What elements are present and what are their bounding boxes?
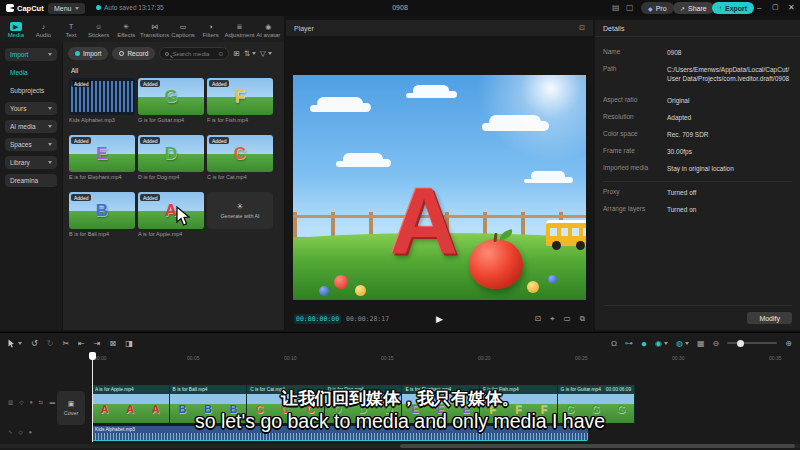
app-name: CapCut xyxy=(17,4,44,13)
magnet-icon[interactable]: Ω xyxy=(611,339,617,348)
subtitle-english: so let's go back to media and only media… xyxy=(0,410,800,433)
record-icon xyxy=(119,51,124,56)
fullscreen-icon[interactable]: ⧉ xyxy=(580,314,585,324)
media-item-f[interactable]: AddedF F is for Fish.mp4 xyxy=(207,78,273,131)
link-icon[interactable]: ⊶ xyxy=(625,339,633,348)
school-bus xyxy=(546,220,586,246)
media-item-b[interactable]: AddedB B is for Ball.mp4 xyxy=(69,192,135,245)
sidebar-item-import[interactable]: Import xyxy=(5,48,57,61)
pro-button[interactable]: ◆ Pro xyxy=(641,2,674,14)
mask-button[interactable]: ◨ xyxy=(125,339,133,348)
sidebar-item-spaces[interactable]: Spaces xyxy=(5,138,57,151)
player-expand-icon[interactable]: ⊡ xyxy=(579,24,585,32)
chevron-down-icon xyxy=(48,53,52,56)
panel-layout-icon[interactable]: ▤ xyxy=(612,3,620,13)
media-toolbar: Import Record Search media ⊙ ⊞ ⇅ ▽ xyxy=(68,47,272,60)
sidebar-item-subprojects[interactable]: Subprojects xyxy=(5,84,57,97)
red-ball xyxy=(334,275,348,289)
sidebar-item-media[interactable]: Media xyxy=(5,66,57,79)
menu-button[interactable]: Menu xyxy=(48,3,85,14)
view-mode-icon[interactable]: ⊞ xyxy=(233,49,239,58)
ratio-icon[interactable]: ▭ xyxy=(564,314,571,324)
split-button[interactable]: ✂ xyxy=(62,339,69,348)
chevron-down-icon xyxy=(75,7,79,10)
scrollbar-thumb[interactable] xyxy=(400,444,795,448)
snapshot-icon[interactable]: ⊡ xyxy=(535,314,541,324)
preview-axis-icon[interactable]: ▦ xyxy=(697,339,705,348)
timeline-ruler[interactable]: 00:00 00:05 00:10 00:15 00:20 00:25 00:3… xyxy=(56,353,800,364)
search-scope-icon[interactable]: ⊙ xyxy=(218,50,223,57)
sort-icon[interactable]: ⇅ xyxy=(244,49,256,58)
tab-captions[interactable]: ▭Captions xyxy=(169,18,197,42)
share-button[interactable]: ↗ Share xyxy=(673,2,714,14)
media-item-g[interactable]: AddedG G is for Guitar.mp4 xyxy=(138,78,204,131)
tab-text[interactable]: TText xyxy=(57,18,85,42)
trim-right-button[interactable]: ⇥ xyxy=(94,339,101,348)
modify-button[interactable]: Modify xyxy=(747,312,792,324)
timeline-toolbar-right: Ω ⊶ ● ◉ ◍ ▦ ⊖ ⊕ xyxy=(611,336,792,350)
captions-icon: ▭ xyxy=(177,22,189,31)
chevron-down-icon xyxy=(48,143,52,146)
transitions-icon: ⋈ xyxy=(149,22,161,31)
playhead-handle[interactable] xyxy=(89,352,96,360)
sidebar-item-ai-media[interactable]: AI media xyxy=(5,120,57,133)
import-button[interactable]: Import xyxy=(68,47,108,60)
video-preview[interactable]: A xyxy=(293,75,586,300)
filter-icon[interactable]: ▽ xyxy=(260,49,272,58)
divider xyxy=(603,181,792,182)
cloud xyxy=(489,115,541,129)
tab-effects[interactable]: ✳Effects xyxy=(112,18,140,42)
capcut-logo-icon xyxy=(6,4,14,12)
zoom-in-icon[interactable]: ⊕ xyxy=(785,339,792,348)
filter-all-label[interactable]: All xyxy=(71,67,78,74)
tab-transitions[interactable]: ⋈Transitions xyxy=(140,18,169,42)
redo-button[interactable]: ↻ xyxy=(47,339,54,348)
track-toggle-a[interactable]: ◉ xyxy=(655,339,668,348)
tab-stickers[interactable]: ☺Stickers xyxy=(85,18,113,42)
ribbon-tabs: ▶Media ♪Audio TText ☺Stickers ✳Effects ⋈… xyxy=(0,16,284,42)
select-tool-button[interactable] xyxy=(8,339,22,348)
minimize-button[interactable]: – xyxy=(757,3,761,12)
track-toggle-b[interactable]: ◍ xyxy=(676,339,689,348)
timeline-toolbar-left: ↺ ↻ ✂ ⇤ ⇥ ⊠ ◨ xyxy=(8,336,133,350)
sidebar-item-library[interactable]: Library xyxy=(5,156,57,169)
trim-left-button[interactable]: ⇤ xyxy=(78,339,85,348)
tab-filters[interactable]: ◑Filters xyxy=(197,18,225,42)
player-controls: 00:00:00:00 00:00:28:17 ▶ ⊡ ⌖ ▭ ⧉ xyxy=(286,308,593,330)
tab-adjustment[interactable]: ≣Adjustment xyxy=(224,18,254,42)
media-item-c[interactable]: AddedC C is for Cat.mp4 xyxy=(207,135,273,188)
media-item-audio[interactable]: Added Kids Alphabet.mp3 xyxy=(69,78,135,131)
undo-button[interactable]: ↺ xyxy=(31,339,38,348)
delete-button[interactable]: ⊠ xyxy=(110,339,117,348)
search-input[interactable]: Search media ⊙ xyxy=(159,47,229,60)
import-icon xyxy=(75,51,80,56)
added-badge: Added xyxy=(71,137,91,144)
generate-with-ai-button[interactable]: ✳ Generate with AI xyxy=(207,192,273,245)
tab-audio[interactable]: ♪Audio xyxy=(30,18,58,42)
panel-layout-alt-icon[interactable]: ▢ xyxy=(626,3,634,13)
player-title: Player xyxy=(294,25,314,32)
maximize-button[interactable]: ▢ xyxy=(772,3,779,11)
media-item-d[interactable]: AddedD D is for Dog.mp4 xyxy=(138,135,204,188)
tab-media[interactable]: ▶Media xyxy=(2,18,30,42)
tab-ai-avatar[interactable]: ◉AI avatar xyxy=(254,18,282,42)
media-item-a[interactable]: AddedA A is for Apple.mp4 xyxy=(138,192,204,245)
diamond-icon: ◆ xyxy=(648,5,653,12)
record-button[interactable]: Record xyxy=(112,47,155,60)
sidebar-item-dreamina[interactable]: Dreamina xyxy=(5,174,57,187)
details-panel: Details Name0908 PathC:/Users/Emenws/App… xyxy=(595,20,800,330)
zoom-out-icon[interactable]: ⊖ xyxy=(713,339,720,348)
tracker-icon[interactable]: ⌖ xyxy=(550,314,554,324)
close-button[interactable]: ✕ xyxy=(788,3,795,12)
detail-row-framerate: Frame rate30.00fps xyxy=(603,147,792,156)
sidebar-item-yours[interactable]: Yours xyxy=(5,102,57,115)
detail-row-aspect: Aspect ratioOriginal xyxy=(603,96,792,105)
slider-knob[interactable] xyxy=(737,340,744,347)
timeline-zoom-slider[interactable] xyxy=(727,342,777,344)
media-item-e[interactable]: AddedE E is for Elephant.mp4 xyxy=(69,135,135,188)
export-button[interactable]: ↑ Export xyxy=(712,2,754,14)
play-button[interactable]: ▶ xyxy=(436,314,443,324)
yellow-ball xyxy=(355,285,366,296)
main-track-magnet-icon[interactable]: ● xyxy=(641,338,647,349)
player-panel: Player ⊡ A 00:00:00:00 00:00:28:17 ▶ xyxy=(286,20,593,330)
